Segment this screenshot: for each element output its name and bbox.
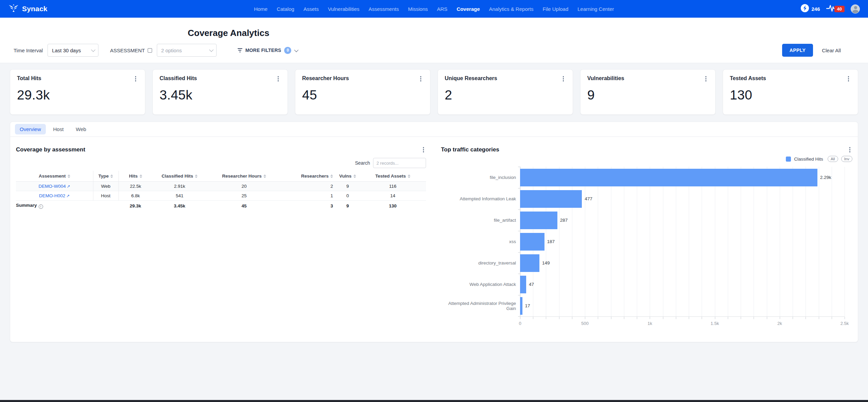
user-avatar[interactable] bbox=[851, 4, 860, 14]
assessment-checkbox[interactable] bbox=[148, 48, 152, 53]
tab-host[interactable]: Host bbox=[49, 124, 69, 134]
table-summary-row: Summaryi29.3k3.45k4539130 bbox=[16, 200, 426, 211]
column-header-tested-assets[interactable]: Tested Assets bbox=[359, 171, 426, 181]
nav-item-learning-center[interactable]: Learning Center bbox=[577, 6, 614, 12]
page-title: Coverage Analytics bbox=[0, 18, 868, 44]
stat-label: Researcher Hours bbox=[302, 75, 349, 81]
x-axis-tick-label: 2.5k bbox=[841, 321, 849, 326]
nav-item-ars[interactable]: ARS bbox=[437, 6, 447, 12]
nav-item-home[interactable]: Home bbox=[254, 6, 267, 12]
x-axis-tick bbox=[780, 317, 780, 319]
page-header: Coverage Analytics Time Interval Last 30… bbox=[0, 18, 868, 63]
stat-label: Total Hits bbox=[17, 75, 41, 81]
column-header-label: Researcher Hours bbox=[222, 173, 261, 179]
table-header-row: AssessmentTypeHitsClassified HitsResearc… bbox=[16, 171, 426, 181]
nav-item-catalog[interactable]: Catalog bbox=[277, 6, 294, 12]
stat-card-researcher-hours: Researcher Hours45 bbox=[295, 69, 430, 115]
stat-card-menu-button[interactable] bbox=[703, 75, 709, 82]
notification-badge: 40 bbox=[834, 6, 845, 12]
x-axis-tick bbox=[611, 317, 611, 319]
sort-icon bbox=[195, 175, 198, 178]
nav-item-coverage[interactable]: Coverage bbox=[457, 6, 480, 12]
more-filters-label: MORE FILTERS bbox=[245, 48, 281, 53]
tab-overview[interactable]: Overview bbox=[15, 124, 46, 134]
brand-name: Synack bbox=[22, 5, 48, 13]
column-header-assessment[interactable]: Assessment bbox=[16, 171, 93, 181]
main-panel: OverviewHostWeb Coverage by assessment S… bbox=[10, 122, 858, 342]
stat-value: 29.3k bbox=[17, 88, 138, 103]
tab-web[interactable]: Web bbox=[71, 124, 91, 134]
column-header-researchers[interactable]: Researchers bbox=[281, 171, 336, 181]
x-axis-tick bbox=[702, 317, 702, 319]
sort-icon bbox=[408, 175, 410, 178]
stat-card-menu-button[interactable] bbox=[846, 75, 851, 82]
bar-xss bbox=[520, 233, 544, 251]
column-header-label: Tested Assets bbox=[375, 173, 406, 179]
activity-notifications-button[interactable]: 40 bbox=[826, 3, 845, 14]
more-filters-count-badge: 0 bbox=[284, 47, 291, 54]
coverage-table: AssessmentTypeHitsClassified HitsResearc… bbox=[16, 171, 426, 211]
table-menu-button[interactable] bbox=[421, 146, 426, 153]
nav-item-vulnerabilities[interactable]: Vulnerabilities bbox=[328, 6, 359, 12]
search-label: Search bbox=[355, 160, 370, 166]
legend-inv-toggle[interactable]: Inv bbox=[841, 156, 852, 162]
window-bottom-edge bbox=[0, 400, 868, 402]
bar-file-inclusion bbox=[520, 169, 817, 186]
column-header-type[interactable]: Type bbox=[93, 171, 118, 181]
bar-web-application-attack bbox=[520, 276, 526, 293]
more-filters-button[interactable]: MORE FILTERS 0 bbox=[238, 47, 298, 54]
column-header-classified-hits[interactable]: Classified Hits bbox=[152, 171, 207, 181]
assessment-select[interactable]: 2 options bbox=[157, 44, 217, 57]
nav-item-assets[interactable]: Assets bbox=[303, 6, 319, 12]
nav-item-file-upload[interactable]: File Upload bbox=[542, 6, 568, 12]
search-input[interactable] bbox=[373, 158, 426, 168]
info-icon[interactable]: i bbox=[39, 204, 43, 209]
stat-card-tested-assets: Tested Assets130 bbox=[723, 69, 858, 115]
open-external-icon: ↗ bbox=[67, 184, 70, 189]
stat-card-menu-button[interactable] bbox=[133, 75, 138, 82]
column-header-hits[interactable]: Hits bbox=[118, 171, 152, 181]
x-axis-tick bbox=[689, 317, 689, 319]
time-interval-select[interactable]: Last 30 days bbox=[48, 44, 98, 57]
chart-bar-row: Attempted Information Leak477 bbox=[441, 188, 852, 209]
x-axis-tick bbox=[676, 317, 676, 319]
stat-card-menu-button[interactable] bbox=[561, 75, 566, 82]
chart-section-title: Top traffic categories bbox=[441, 146, 499, 153]
sort-icon bbox=[330, 175, 333, 178]
clear-all-link[interactable]: Clear All bbox=[822, 48, 841, 53]
chart-bars: file_inclusion2.29kAttempted Information… bbox=[441, 167, 852, 316]
x-axis-tick bbox=[806, 317, 806, 319]
coverage-table-section: Coverage by assessment Search Assessment… bbox=[16, 145, 426, 330]
chart-menu-button[interactable] bbox=[847, 146, 853, 153]
synack-bird-icon bbox=[8, 3, 19, 15]
bar-value-label: 187 bbox=[547, 239, 555, 244]
legend-all-toggle[interactable]: All bbox=[828, 156, 838, 162]
nav-item-analytics-reports[interactable]: Analytics & Reports bbox=[489, 6, 534, 12]
table-section-title: Coverage by assessment bbox=[16, 146, 85, 153]
time-interval-label: Time Interval bbox=[14, 48, 43, 53]
x-axis-tick-label: 500 bbox=[581, 321, 589, 326]
assessment-value: 2 options bbox=[161, 48, 182, 53]
synack-logo[interactable]: Synack bbox=[8, 3, 48, 15]
assessment-link[interactable]: DEMO-W004↗ bbox=[39, 184, 70, 189]
column-header-label: Researchers bbox=[301, 173, 329, 179]
credits-counter[interactable]: 246 bbox=[800, 4, 820, 14]
category-label: Attempted Administrator Privilege Gain bbox=[441, 301, 520, 311]
assessment-link[interactable]: DEMO-H002↗ bbox=[39, 193, 70, 198]
nav-item-assessments[interactable]: Assessments bbox=[369, 6, 399, 12]
summary-value-cell: 29.3k bbox=[118, 200, 152, 211]
x-axis-tick-label: 2k bbox=[777, 321, 782, 326]
chart-bar-row: Web Application Attack47 bbox=[441, 274, 852, 295]
bar-value-label: 477 bbox=[585, 196, 592, 201]
top-nav-bar: Synack HomeCatalogAssetsVulnerabilitiesA… bbox=[0, 0, 868, 18]
stat-card-menu-button[interactable] bbox=[276, 75, 281, 82]
sort-icon bbox=[140, 175, 142, 178]
open-external-icon: ↗ bbox=[66, 194, 70, 198]
column-header-vulns[interactable]: Vulns bbox=[336, 171, 359, 181]
bar-value-label: 17 bbox=[525, 303, 530, 308]
bar-value-label: 2.29k bbox=[820, 175, 831, 180]
stat-card-menu-button[interactable] bbox=[418, 75, 424, 82]
nav-item-missions[interactable]: Missions bbox=[408, 6, 428, 12]
column-header-researcher-hours[interactable]: Researcher Hours bbox=[207, 171, 281, 181]
apply-button[interactable]: APPLY bbox=[782, 44, 813, 57]
